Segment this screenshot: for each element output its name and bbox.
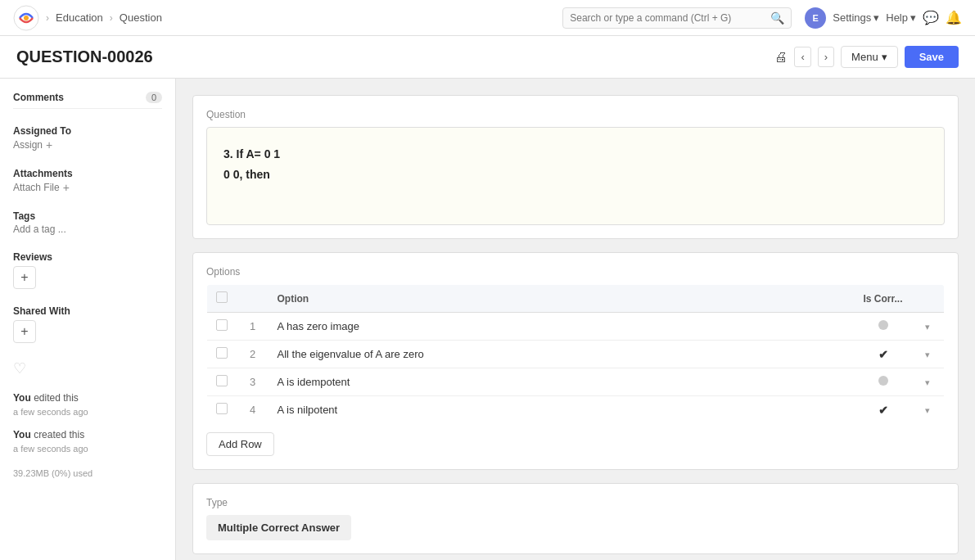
prev-button[interactable]: ‹ (794, 47, 810, 67)
row-dropdown-icon-2[interactable]: ▾ (925, 350, 930, 359)
help-label: Help (886, 11, 908, 24)
comments-header: Comments 0 (13, 92, 162, 103)
col-header-check (207, 285, 237, 313)
correct-check-icon-2: ✔ (878, 348, 888, 361)
correct-check-icon-4: ✔ (878, 404, 888, 417)
row-correct-3[interactable] (855, 368, 912, 396)
assign-button[interactable]: Assign + (13, 138, 162, 151)
help-button[interactable]: Help ▾ (886, 11, 916, 24)
question-text-line1: 3. If A= 0 1 (223, 144, 928, 165)
storage-info: 39.23MB (0%) used (13, 468, 162, 478)
attach-file-label: Attach File (13, 182, 60, 193)
row-option-text-4: A is nilpotent (269, 396, 855, 424)
row-action-3[interactable]: ▾ (912, 368, 945, 396)
row-correct-2[interactable]: ✔ (855, 341, 912, 368)
row-number-1: 1 (237, 313, 269, 341)
breadcrumb-education[interactable]: Education (56, 11, 103, 24)
attachments-label: Attachments (13, 168, 162, 179)
options-table: Option Is Corr... 1A has zero image▾2All… (206, 284, 945, 424)
row-checkbox-2[interactable] (216, 347, 228, 359)
row-option-text-2: All the eigenvalue of A are zero (269, 341, 855, 368)
table-row: 3A is idempotent▾ (207, 368, 945, 396)
avatar: E (805, 7, 826, 29)
activity-item-1: You edited this a few seconds ago (13, 391, 162, 419)
comments-count: 0 (146, 92, 162, 103)
row-correct-1[interactable] (855, 313, 912, 341)
next-button[interactable]: › (818, 47, 834, 67)
menu-button[interactable]: Menu ▾ (841, 46, 898, 68)
add-tag-label: Add a tag ... (13, 224, 66, 235)
options-section-label: Options (206, 266, 945, 278)
assigned-to-section: Assigned To Assign + (13, 125, 162, 151)
row-dropdown-icon-4[interactable]: ▾ (925, 405, 930, 415)
row-number-3: 3 (237, 368, 269, 396)
activity-2-time: a few seconds ago (13, 442, 162, 456)
correct-dot-icon-1 (878, 320, 888, 330)
header-checkbox[interactable] (216, 291, 228, 303)
type-section: Type Multiple Correct Answer (192, 483, 959, 554)
row-checkbox-3[interactable] (216, 375, 228, 386)
main-layout: Comments 0 Assigned To Assign + Attachme… (0, 79, 975, 560)
reviews-section: Reviews + (13, 251, 162, 289)
comments-section: Comments 0 (13, 92, 162, 109)
assign-label: Assign (13, 139, 43, 151)
settings-label: Settings (833, 11, 871, 24)
row-dropdown-icon-1[interactable]: ▾ (925, 322, 930, 332)
col-header-action (912, 285, 945, 313)
row-option-text-1: A has zero image (269, 313, 855, 341)
svg-point-1 (24, 16, 29, 20)
add-review-button[interactable]: + (13, 266, 36, 289)
attach-file-button[interactable]: Attach File + (13, 181, 162, 194)
activity-1-action: edited this (34, 392, 79, 404)
save-button[interactable]: Save (905, 46, 959, 68)
row-checkbox-1[interactable] (216, 319, 228, 331)
activity-2-action: created this (34, 429, 84, 440)
search-bar[interactable]: 🔍 (562, 7, 792, 29)
row-action-4[interactable]: ▾ (912, 396, 945, 424)
table-row: 2All the eigenvalue of A are zero✔▾ (207, 341, 945, 368)
attach-plus-icon: + (63, 181, 70, 194)
correct-dot-icon-3 (878, 376, 888, 386)
options-section: Options Option Is Corr... 1A has zero im… (192, 252, 959, 470)
row-number-4: 4 (237, 396, 269, 424)
add-tag-button[interactable]: Add a tag ... (13, 224, 162, 235)
col-header-option: Option (269, 285, 855, 313)
assign-plus-icon: + (46, 138, 52, 151)
table-row: 4A is nilpotent✔▾ (207, 396, 945, 424)
notification-icon-button[interactable]: 🔔 (946, 10, 962, 25)
menu-chevron-icon: ▾ (882, 51, 887, 63)
search-input[interactable] (570, 12, 770, 24)
settings-button[interactable]: Settings ▾ (833, 11, 879, 24)
print-button[interactable]: 🖨 (774, 50, 788, 65)
type-value: Multiple Correct Answer (206, 515, 351, 540)
menu-label: Menu (851, 51, 878, 63)
row-action-1[interactable]: ▾ (912, 313, 945, 341)
tags-section: Tags Add a tag ... (13, 210, 162, 235)
activity-section: ♡ You edited this a few seconds ago You … (13, 359, 162, 478)
add-row-button[interactable]: Add Row (206, 432, 274, 456)
add-shared-button[interactable]: + (13, 320, 36, 343)
col-header-num (237, 285, 269, 313)
row-dropdown-icon-3[interactable]: ▾ (925, 377, 930, 387)
breadcrumb-question[interactable]: Question (120, 11, 162, 24)
app-logo[interactable] (13, 5, 39, 31)
row-checkbox-4[interactable] (216, 403, 228, 414)
row-correct-4[interactable]: ✔ (855, 396, 912, 424)
row-action-2[interactable]: ▾ (912, 341, 945, 368)
table-header-row: Option Is Corr... (207, 285, 945, 313)
heart-icon: ♡ (13, 359, 162, 377)
activity-list: You edited this a few seconds ago You cr… (13, 391, 162, 455)
shared-with-label: Shared With (13, 305, 162, 317)
options-table-body: 1A has zero image▾2All the eigenvalue of… (207, 313, 945, 424)
chat-icon-button[interactable]: 💬 (923, 10, 939, 25)
top-nav: › Education › Question 🔍 E Settings ▾ He… (0, 0, 975, 36)
breadcrumb-chevron-2: › (110, 12, 113, 24)
activity-item-2: You created this a few seconds ago (13, 427, 162, 456)
content-area: Question 3. If A= 0 1 0 0, then Options … (176, 79, 975, 560)
page-title: QUESTION-00026 (16, 47, 153, 66)
page-header: QUESTION-00026 🖨 ‹ › Menu ▾ Save (0, 36, 975, 79)
comments-divider (13, 108, 162, 109)
question-text-line2: 0 0, then (223, 165, 928, 185)
reviews-label: Reviews (13, 251, 162, 263)
breadcrumb-chevron-1: › (46, 12, 49, 24)
